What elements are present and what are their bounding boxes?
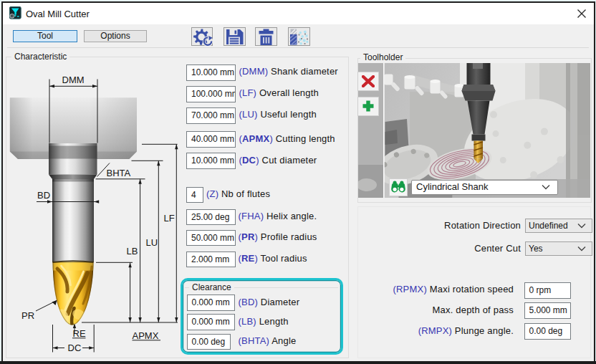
svg-text:LF: LF xyxy=(164,213,175,224)
svg-text:PR: PR xyxy=(21,310,34,321)
svg-text:DC: DC xyxy=(68,343,82,353)
svg-text:APMX: APMX xyxy=(133,330,159,341)
svg-text:BHTA: BHTA xyxy=(107,168,131,178)
svg-text:LU: LU xyxy=(146,237,158,248)
svg-text:RE: RE xyxy=(73,328,86,339)
svg-text:DMM: DMM xyxy=(62,75,85,85)
svg-text:LB: LB xyxy=(127,246,138,257)
svg-text:BD: BD xyxy=(37,190,50,201)
